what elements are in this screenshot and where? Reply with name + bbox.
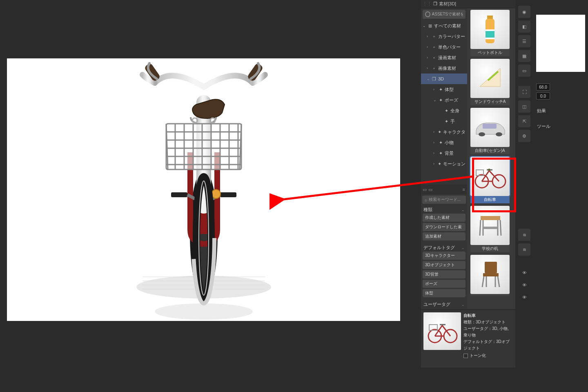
tag-section-user[interactable]: ユーザータグ⌄ (421, 300, 467, 308)
tree-item[interactable]: ›▫単色パター (421, 42, 467, 52)
annotation-highlight (472, 158, 516, 212)
material-thumb-desk[interactable]: 学校の机 (470, 206, 512, 252)
export-icon[interactable]: ⇱ (518, 115, 530, 127)
tree-root-label: すべての素材 (434, 23, 461, 29)
svg-rect-6 (171, 192, 187, 197)
tree-item[interactable]: ›▫画像素材 (421, 63, 467, 74)
svg-rect-37 (486, 29, 494, 31)
tree-item[interactable]: ⌄✦ポーズ (421, 95, 467, 105)
assets-search-button[interactable]: ASSETSで素材をさ (423, 10, 466, 19)
tag-search-input[interactable]: ⌕ 検索キーワード... (422, 196, 466, 204)
material-thumb-chair[interactable] (470, 255, 512, 296)
svg-rect-34 (487, 16, 493, 19)
value-field-2[interactable]: 0.0 (536, 92, 550, 100)
menu-icon: ≡ (463, 187, 466, 192)
right-properties: 68.0 0.0 効果 ツール (534, 0, 588, 368)
bicycle-3d-render (8, 58, 400, 321)
tree-item[interactable]: ›✦背景 (421, 148, 467, 158)
camera2-icon[interactable]: ◧ (518, 20, 530, 33)
tag-button[interactable]: 3Dキャラクター (423, 252, 466, 260)
tag-button[interactable]: 体型 (423, 289, 466, 297)
info-defaulttag: デフォルトタグ：3Dオブジェクト (463, 339, 513, 352)
tree-item[interactable]: ✦手 (421, 116, 467, 127)
eye-icon[interactable]: 👁 (522, 283, 527, 287)
eye-icon[interactable]: 👁 (522, 295, 527, 300)
panel-header[interactable]: ⋮⋮ ❒ 素材[3D] (421, 0, 515, 8)
tag-button[interactable]: 作成した素材 (423, 214, 466, 222)
folder-icon: ▭ (428, 187, 432, 192)
svg-rect-12 (166, 124, 241, 169)
svg-rect-49 (483, 227, 498, 229)
assets-icon (425, 11, 430, 17)
tree-item[interactable]: ›✦モーション (421, 158, 467, 169)
window-icon[interactable]: ▭ (518, 65, 530, 77)
svg-rect-51 (483, 273, 499, 276)
svg-rect-48 (481, 216, 500, 220)
svg-marker-39 (480, 68, 500, 87)
svg-rect-50 (485, 262, 497, 273)
timeline-icon[interactable]: ☰ (518, 35, 530, 47)
tone-checkbox[interactable]: トーン化 (463, 352, 513, 359)
tag-search-placeholder: 検索キーワード... (429, 197, 461, 203)
settings-icon[interactable]: ⚙ (518, 130, 530, 142)
info-usertag: ユーザータグ：3D, 小物, 乗り物 (463, 325, 513, 339)
svg-rect-43 (483, 124, 497, 129)
tag-panel: ▭ ▭ ≡ ⌕ 検索キーワード... 種類⌄ 作成した素材ダウンロードした素追加… (421, 185, 467, 308)
eye-icon[interactable]: 👁 (522, 270, 527, 275)
tree-item[interactable]: ✦全身 (421, 105, 467, 116)
panel-title: 素材[3D] (439, 1, 456, 7)
info-thumbnail (423, 312, 461, 350)
layers-icon[interactable]: ≋ (518, 229, 530, 241)
canvas[interactable] (7, 58, 400, 321)
tag-button[interactable]: ポーズ (423, 280, 466, 288)
svg-rect-36 (486, 31, 494, 38)
info-name: 自転車 (463, 312, 513, 319)
assets-search-label: ASSETSで素材をさ (432, 11, 463, 17)
svg-point-1 (155, 303, 253, 320)
right-toolbar: ◉ ◧ ☰ ▦ ▭ ⛶ ◫ ⇱ ⚙ ≋ ≋ 👁 👁 👁 (515, 0, 533, 368)
search-icon: ⌕ (425, 198, 427, 202)
svg-point-41 (479, 132, 485, 136)
grid-icon[interactable]: ▦ (518, 50, 530, 62)
tag-section-kind[interactable]: 種類⌄ (421, 205, 467, 214)
tag-toolbar[interactable]: ▭ ▭ ≡ (421, 185, 467, 194)
tag-section-default[interactable]: デフォルトタグ⌄ (421, 243, 467, 252)
grip-icon: ⋮⋮ (423, 1, 432, 7)
material-info: 自転車 種類：3Dオブジェクト ユーザータグ：3D, 小物, 乗り物 デフォルト… (421, 310, 515, 358)
material-thumb-bottle[interactable]: ペットボトル (470, 10, 512, 56)
cube-icon: ❒ (433, 1, 437, 7)
navigator-preview[interactable] (536, 15, 585, 72)
value-field-1[interactable]: 68.0 (536, 83, 550, 91)
svg-rect-38 (486, 38, 494, 39)
layers2-icon[interactable]: ≋ (518, 243, 530, 256)
camera-icon[interactable]: ◉ (518, 6, 530, 18)
tool-label: ツール (537, 123, 550, 129)
tree-3d-label: 3D (438, 76, 444, 81)
tree-item[interactable]: ›✦キャラクタ (421, 127, 467, 137)
tree-item[interactable]: ›▫漫画素材 (421, 52, 467, 63)
relation-icon[interactable]: ◫ (518, 100, 530, 113)
material-thumb-sandwich[interactable]: サンドウィッチA (470, 59, 512, 105)
tree-item[interactable]: ›✦体型 (421, 84, 467, 95)
expand-icon[interactable]: ⛶ (518, 86, 530, 98)
tree-item[interactable]: ›▫カラーパター (421, 31, 467, 42)
material-thumb-car[interactable]: 自動車(セダン)A (470, 108, 512, 154)
tag-button[interactable]: 3Dオブジェクト (423, 261, 466, 269)
effect-label: 効果 (537, 108, 546, 114)
tree-item-3d[interactable]: ⌄❒ 3D (421, 74, 467, 84)
folder-icon: ▭ (423, 187, 427, 192)
tag-button[interactable]: 追加素材 (423, 232, 466, 241)
tag-button[interactable]: ダウンロードした素 (423, 223, 466, 231)
info-type: 種類：3Dオブジェクト (463, 319, 513, 325)
tree-root[interactable]: ⌄⊞ すべての素材 (421, 20, 467, 31)
tree-item[interactable]: ›✦小物 (421, 137, 467, 148)
svg-rect-7 (220, 192, 236, 197)
tag-button[interactable]: 3D背景 (423, 270, 466, 278)
material-tree: ⌄⊞ すべての素材 ›▫カラーパター›▫単色パター›▫漫画素材›▫画像素材 ⌄❒… (421, 20, 467, 185)
svg-point-42 (496, 132, 502, 136)
